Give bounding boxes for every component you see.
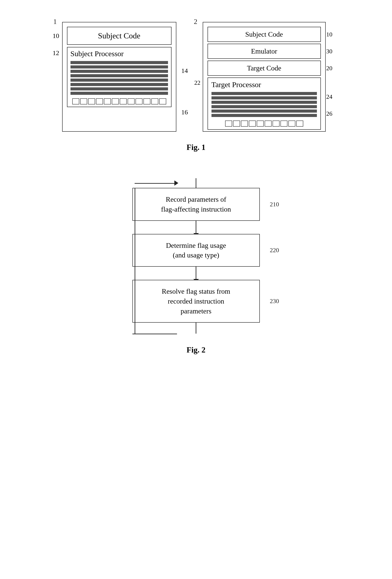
proc-line bbox=[212, 101, 317, 104]
bottom-block bbox=[159, 98, 166, 104]
label-r30: 30 bbox=[326, 48, 332, 55]
bottom-block bbox=[143, 98, 151, 104]
left-processor-title: Subject Processor bbox=[71, 50, 169, 58]
page: 1 10 Subject Code 12 14 16 bbox=[0, 0, 392, 579]
bottom-block bbox=[265, 121, 272, 127]
bottom-block bbox=[273, 121, 280, 127]
loop-entry-h-line bbox=[135, 183, 175, 184]
label-2: 2 bbox=[194, 17, 197, 26]
box2-wrapper: Determine flag usage (and usage type) 22… bbox=[132, 234, 260, 267]
fig1-caption: Fig. 1 bbox=[187, 143, 206, 152]
box1-line2: flag-affecting instruction bbox=[161, 205, 231, 213]
box3-line3: parameters bbox=[180, 307, 211, 315]
exit-h-row bbox=[132, 334, 260, 334]
entry-row bbox=[114, 178, 278, 188]
box1-wrapper: Record parameters of flag-affecting inst… bbox=[132, 188, 260, 221]
proc-line bbox=[212, 110, 317, 113]
label-12: 12 bbox=[53, 49, 59, 57]
label-r24: 24 bbox=[326, 93, 332, 100]
flowchart-container: Record parameters of flag-affecting inst… bbox=[114, 178, 278, 334]
fig1-diagrams: 1 10 Subject Code 12 14 16 bbox=[17, 13, 375, 132]
proc-line bbox=[71, 83, 168, 86]
proc-line bbox=[71, 61, 168, 64]
loop-left-vertical bbox=[135, 188, 135, 334]
bottom-block bbox=[225, 121, 232, 127]
label-10-left: 10 bbox=[53, 32, 59, 40]
label-r22: 22 bbox=[194, 79, 201, 86]
left-subject-code-wrapper: 10 Subject Code bbox=[67, 27, 171, 45]
box2-line2: (and usage type) bbox=[173, 251, 219, 259]
proc-line bbox=[212, 96, 317, 99]
fig2-section: Record parameters of flag-affecting inst… bbox=[17, 178, 375, 355]
left-processor-area: Subject Processor bbox=[67, 47, 171, 107]
flowchart: Record parameters of flag-affecting inst… bbox=[114, 178, 278, 334]
box2-label: 220 bbox=[270, 246, 279, 255]
right-processor-area: 24 26 Target Processor bbox=[208, 77, 321, 130]
bottom-block bbox=[104, 98, 111, 104]
box1-label: 210 bbox=[270, 200, 279, 209]
bottom-block bbox=[288, 121, 295, 127]
left-subject-code-box: Subject Code bbox=[67, 27, 171, 45]
label-r26: 26 bbox=[326, 110, 332, 117]
bottom-block bbox=[296, 121, 303, 127]
right-target-code-text: Target Code bbox=[247, 64, 281, 72]
exit-vert bbox=[196, 323, 196, 334]
proc-line bbox=[71, 74, 168, 77]
left-diagram-wrapper: 1 10 Subject Code 12 14 16 bbox=[62, 22, 176, 132]
bottom-block bbox=[112, 98, 119, 104]
box3-line2: recorded instruction bbox=[168, 297, 224, 305]
bottom-block bbox=[72, 98, 79, 104]
left-processor-lines bbox=[71, 61, 168, 95]
box1-line1: Record parameters of bbox=[166, 195, 226, 203]
exit-h-line bbox=[133, 334, 177, 334]
flow-box-3: Resolve flag status from recorded instru… bbox=[132, 280, 260, 322]
proc-line bbox=[212, 105, 317, 108]
right-emulator-box: Emulator 30 bbox=[208, 44, 321, 59]
right-subject-code-box: Subject Code 10 bbox=[208, 27, 321, 42]
proc-line bbox=[212, 114, 317, 117]
bottom-block bbox=[96, 98, 103, 104]
bottom-block bbox=[151, 98, 158, 104]
right-emulator-wrapper: Emulator 30 bbox=[208, 44, 321, 59]
bottom-block bbox=[80, 98, 87, 104]
right-diagram-wrapper: 2 Subject Code 10 Emulator 30 bbox=[203, 22, 326, 132]
bottom-block bbox=[249, 121, 256, 127]
arrow-2-3 bbox=[196, 267, 196, 280]
proc-line bbox=[212, 92, 317, 95]
bottom-block bbox=[88, 98, 95, 104]
right-processor-lines bbox=[212, 92, 317, 117]
bottom-block bbox=[128, 98, 135, 104]
right-processor-title: Target Processor bbox=[212, 80, 318, 89]
right-processor-bottom bbox=[211, 121, 318, 127]
left-diagram: 10 Subject Code 12 14 16 Subject Process… bbox=[62, 22, 176, 132]
right-processor-wrapper: 22 24 26 Target Processor bbox=[208, 77, 321, 130]
right-target-code-box: Target Code 20 bbox=[208, 61, 321, 76]
flow-box-1: Record parameters of flag-affecting inst… bbox=[132, 188, 260, 221]
box3-label: 230 bbox=[270, 297, 279, 305]
left-subject-code-text: Subject Code bbox=[98, 31, 140, 40]
bottom-block bbox=[257, 121, 264, 127]
fig1-section: 1 10 Subject Code 12 14 16 bbox=[17, 13, 375, 152]
right-emulator-text: Emulator bbox=[251, 47, 277, 55]
bottom-block bbox=[136, 98, 143, 104]
left-processor-wrapper: 12 14 16 Subject Processor bbox=[67, 47, 171, 127]
label-14: 14 bbox=[181, 67, 188, 74]
label-16: 16 bbox=[181, 108, 188, 116]
box3-wrapper: Resolve flag status from recorded instru… bbox=[132, 280, 260, 322]
proc-line bbox=[71, 87, 168, 90]
flow-box-2: Determine flag usage (and usage type) 22… bbox=[132, 234, 260, 267]
label-r20: 20 bbox=[326, 65, 332, 72]
proc-line bbox=[71, 66, 168, 69]
entry-vert bbox=[196, 178, 196, 188]
proc-line bbox=[71, 78, 168, 82]
arrow-1-2 bbox=[196, 221, 196, 234]
box3-line1: Resolve flag status from bbox=[162, 287, 230, 295]
loop-entry-arrowhead bbox=[174, 180, 178, 186]
right-subject-code-text: Subject Code bbox=[245, 30, 283, 38]
bottom-block bbox=[280, 121, 288, 127]
bottom-block bbox=[233, 121, 240, 127]
right-diagram: Subject Code 10 Emulator 30 bbox=[203, 22, 326, 132]
right-target-code-wrapper: Target Code 20 bbox=[208, 61, 321, 76]
label-r10: 10 bbox=[326, 31, 332, 38]
fig2-caption: Fig. 2 bbox=[187, 345, 206, 355]
